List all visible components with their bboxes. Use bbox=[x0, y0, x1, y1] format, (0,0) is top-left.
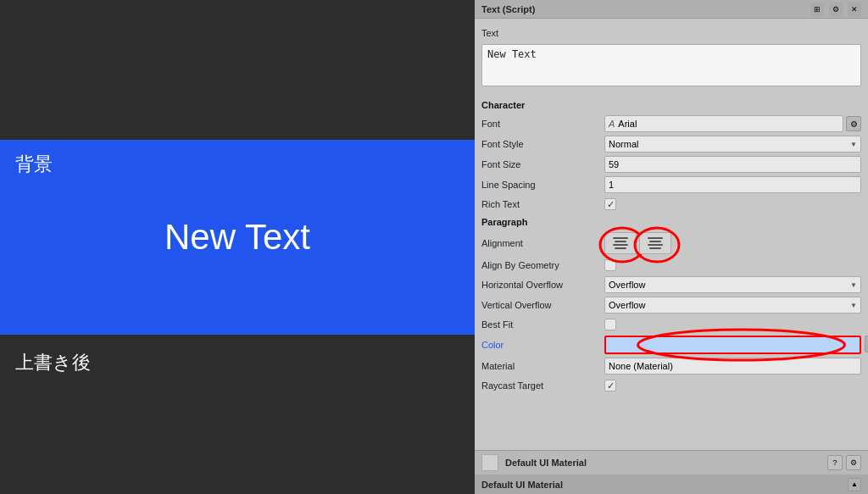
horizontal-overflow-dropdown[interactable]: Overflow ▼ bbox=[604, 276, 861, 293]
font-label: Font bbox=[481, 119, 604, 129]
align-by-geometry-checkbox-area bbox=[604, 259, 861, 271]
rich-text-row: Rich Text ✓ bbox=[475, 195, 868, 214]
color-value-area: ✏ bbox=[604, 336, 861, 354]
font-name: Arial bbox=[618, 119, 637, 129]
material-row: Material None (Material) bbox=[475, 356, 868, 376]
overwrite-label: 上書き後 bbox=[15, 350, 91, 375]
panel-header: Text (Script) ⊞ ⚙ ✕ bbox=[475, 0, 868, 19]
v-overflow-chevron-icon: ▼ bbox=[850, 302, 857, 309]
bg-label: 背景 bbox=[15, 152, 53, 177]
alignment-buttons bbox=[604, 232, 861, 254]
bottom-bar-row1: Default UI Material ? ⚙ bbox=[475, 451, 868, 475]
horizontal-overflow-text: Overflow bbox=[609, 280, 645, 290]
align-right-button[interactable] bbox=[639, 232, 671, 254]
raycast-target-checkbox[interactable]: ✓ bbox=[604, 380, 616, 391]
vertical-overflow-text: Overflow bbox=[609, 300, 645, 310]
line-spacing-label: Line Spacing bbox=[481, 180, 604, 190]
horizontal-overflow-row: Horizontal Overflow Overflow ▼ bbox=[475, 275, 868, 295]
align-right-icon bbox=[648, 237, 663, 249]
vertical-overflow-dropdown[interactable]: Overflow ▼ bbox=[604, 297, 861, 314]
align-group bbox=[604, 232, 671, 254]
font-field[interactable]: A Arial bbox=[604, 115, 843, 132]
left-panel: 背景 New Text 上書き後 bbox=[0, 0, 475, 494]
bottom-bar-row2: Default UI Material ▲ bbox=[475, 475, 868, 494]
font-size-row: Font Size bbox=[475, 154, 868, 175]
left-bottom: 上書き後 bbox=[0, 335, 475, 494]
rich-text-checkbox[interactable]: ✓ bbox=[604, 198, 616, 210]
bottom-icons: ? ⚙ bbox=[827, 455, 861, 470]
best-fit-checkbox-area bbox=[604, 319, 861, 330]
chevron-down-icon: ▼ bbox=[850, 141, 857, 148]
font-style-value: Normal ▼ bbox=[604, 136, 861, 153]
panel-header-icons: ⊞ ⚙ ✕ bbox=[810, 3, 861, 16]
paragraph-header: Paragraph bbox=[475, 214, 868, 230]
color-row: Color ✏ bbox=[475, 334, 868, 356]
font-size-value bbox=[604, 156, 861, 173]
best-fit-checkbox[interactable] bbox=[604, 319, 616, 330]
vertical-overflow-label: Vertical Overflow bbox=[481, 300, 604, 310]
raycast-target-checkbox-area: ✓ bbox=[604, 380, 861, 391]
text-label-row: Text bbox=[475, 24, 868, 42]
text-label: Text bbox=[481, 28, 604, 38]
best-fit-row: Best Fit bbox=[475, 315, 868, 334]
bottom-bar-row2-label: Default UI Material bbox=[481, 480, 843, 490]
horizontal-overflow-label: Horizontal Overflow bbox=[481, 280, 604, 290]
vertical-overflow-value: Overflow ▼ bbox=[604, 297, 861, 314]
bottom-help-icon[interactable]: ? bbox=[827, 455, 843, 470]
line-spacing-input[interactable] bbox=[604, 176, 861, 193]
bottom-stepper-icon[interactable]: ▲ bbox=[848, 478, 861, 491]
font-row: Font A Arial ⚙ bbox=[475, 114, 868, 134]
font-style-value-text: Normal bbox=[609, 139, 638, 149]
font-style-dropdown[interactable]: Normal ▼ bbox=[604, 136, 861, 153]
new-text-display: New Text bbox=[164, 217, 310, 258]
align-by-geometry-checkbox[interactable] bbox=[604, 259, 616, 271]
right-panel: Text (Script) ⊞ ⚙ ✕ Text New Text Charac… bbox=[475, 0, 868, 494]
align-left-button[interactable] bbox=[604, 232, 637, 254]
bottom-gear-icon[interactable]: ⚙ bbox=[846, 455, 861, 470]
close-icon[interactable]: ✕ bbox=[848, 3, 861, 16]
align-left-icon bbox=[613, 237, 628, 249]
material-value-text: None (Material) bbox=[609, 361, 673, 371]
color-field[interactable] bbox=[604, 336, 861, 354]
h-overflow-chevron-icon: ▼ bbox=[850, 281, 857, 289]
raycast-target-row: Raycast Target ✓ bbox=[475, 376, 868, 395]
grid-icon[interactable]: ⊞ bbox=[810, 3, 824, 16]
bottom-material-name: Default UI Material bbox=[505, 458, 821, 468]
line-spacing-row: Line Spacing bbox=[475, 175, 868, 195]
horizontal-overflow-value: Overflow ▼ bbox=[604, 276, 861, 293]
alignment-row: Alignment bbox=[475, 230, 868, 256]
material-dropdown[interactable]: None (Material) bbox=[604, 358, 861, 375]
best-fit-label: Best Fit bbox=[481, 319, 604, 330]
font-size-label: Font Size bbox=[481, 159, 604, 169]
panel-content: Text New Text Character Font A Arial ⚙ F… bbox=[475, 19, 868, 450]
settings-icon[interactable]: ⚙ bbox=[829, 3, 843, 16]
character-header: Character bbox=[475, 97, 868, 114]
bottom-bar: Default UI Material ? ⚙ Default UI Mater… bbox=[475, 450, 868, 494]
color-picker-icon[interactable]: ✏ bbox=[865, 336, 868, 352]
font-value-area: A Arial ⚙ bbox=[604, 115, 861, 132]
checkmark-icon: ✓ bbox=[607, 199, 615, 210]
align-by-geometry-row: Align By Geometry bbox=[475, 256, 868, 275]
rich-text-checkbox-area: ✓ bbox=[604, 198, 861, 210]
color-label: Color bbox=[481, 340, 604, 350]
alignment-label: Alignment bbox=[481, 238, 604, 248]
material-label: Material bbox=[481, 361, 604, 371]
align-by-geometry-label: Align By Geometry bbox=[481, 260, 604, 270]
left-top bbox=[0, 0, 475, 140]
material-preview bbox=[481, 454, 498, 471]
text-input[interactable]: New Text bbox=[481, 44, 861, 86]
font-style-label: Font Style bbox=[481, 139, 604, 149]
panel-header-title: Text (Script) bbox=[481, 4, 535, 14]
raycast-checkmark-icon: ✓ bbox=[607, 380, 615, 391]
blue-section: 背景 New Text bbox=[0, 140, 475, 335]
font-style-row: Font Style Normal ▼ bbox=[475, 134, 868, 154]
vertical-overflow-row: Vertical Overflow Overflow ▼ bbox=[475, 295, 868, 315]
font-size-input[interactable] bbox=[604, 156, 861, 173]
rich-text-label: Rich Text bbox=[481, 199, 604, 209]
raycast-target-label: Raycast Target bbox=[481, 380, 604, 391]
font-gear-button[interactable]: ⚙ bbox=[846, 116, 861, 131]
line-spacing-value bbox=[604, 176, 861, 193]
material-value-area: None (Material) bbox=[604, 358, 861, 375]
font-type-icon: A bbox=[609, 119, 615, 129]
